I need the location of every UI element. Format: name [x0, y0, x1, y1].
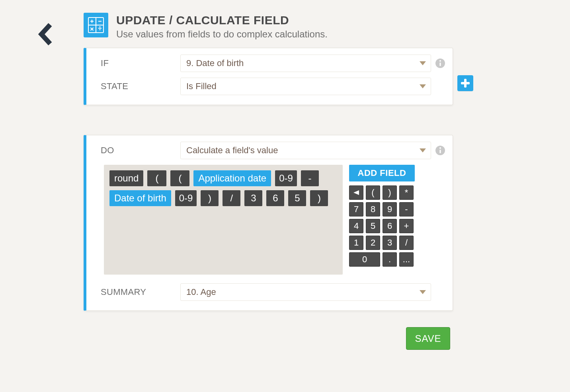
expr-token[interactable]: -: [301, 170, 319, 186]
expr-token[interactable]: /: [223, 190, 240, 206]
svg-rect-17: [439, 150, 441, 153]
page-header: UPDATE / CALCULATE FIELD Use values from…: [84, 13, 328, 40]
expr-token-field[interactable]: Date of birth: [109, 190, 171, 206]
expr-token[interactable]: (: [170, 170, 189, 186]
calc-key-divide[interactable]: /: [399, 236, 414, 250]
state-value: Is Filled: [186, 81, 217, 92]
calc-key-3[interactable]: 3: [383, 236, 397, 250]
svg-point-13: [439, 60, 441, 62]
calc-key-7[interactable]: 7: [349, 202, 363, 216]
do-action-card: DO Calculate a field's value round ( ( A…: [84, 135, 453, 311]
svg-point-10: [100, 29, 101, 30]
expr-token[interactable]: 3: [244, 190, 262, 206]
expr-token-field[interactable]: Application date: [193, 170, 271, 186]
calculator-grid-icon: [84, 13, 108, 37]
page-subtitle: Use values from fields to do complex cal…: [116, 29, 328, 40]
expr-token[interactable]: 0-9: [275, 170, 297, 186]
expr-token[interactable]: ): [310, 190, 328, 206]
calc-key-8[interactable]: 8: [366, 202, 380, 216]
do-action-value: Calculate a field's value: [186, 145, 278, 156]
expr-token[interactable]: round: [109, 170, 143, 186]
chevron-left-icon: [37, 22, 55, 46]
calc-key-6[interactable]: 6: [383, 219, 397, 233]
save-button[interactable]: SAVE: [406, 327, 450, 350]
chevron-down-icon: [420, 61, 426, 65]
calc-key-5[interactable]: 5: [366, 219, 380, 233]
expr-token[interactable]: ): [201, 190, 219, 206]
svg-rect-15: [461, 82, 470, 84]
expr-token[interactable]: (: [147, 170, 166, 186]
summary-value: 10. Age: [186, 287, 216, 297]
calc-key-1[interactable]: 1: [349, 236, 363, 250]
expr-token[interactable]: 5: [288, 190, 306, 206]
calc-key-close-paren[interactable]: ): [383, 185, 397, 200]
calc-side-panel: ADD FIELD ( ) * 7 8 9 - 4 5 6 + 1: [349, 165, 415, 267]
calc-key-minus[interactable]: -: [399, 202, 414, 216]
add-field-button[interactable]: ADD FIELD: [349, 165, 415, 181]
plus-icon: [460, 78, 470, 88]
calc-key-plus[interactable]: +: [399, 219, 414, 233]
if-condition-card: IF 9. Date of birth STATE Is Filled: [84, 48, 453, 105]
expression-area[interactable]: round ( ( Application date 0-9 - Date of…: [104, 165, 343, 275]
svg-marker-19: [353, 190, 359, 195]
state-select[interactable]: Is Filled: [180, 78, 431, 95]
svg-point-18: [439, 147, 441, 149]
expr-token[interactable]: 6: [266, 190, 284, 206]
svg-point-9: [100, 26, 101, 27]
state-label: STATE: [101, 81, 180, 92]
chevron-down-icon: [420, 84, 426, 88]
if-label: IF: [101, 58, 180, 68]
svg-rect-12: [439, 62, 441, 66]
summary-select[interactable]: 10. Age: [180, 283, 431, 301]
calc-key-9[interactable]: 9: [383, 202, 397, 216]
chevron-down-icon: [420, 290, 426, 294]
if-info-icon[interactable]: [435, 58, 445, 68]
calc-key-2[interactable]: 2: [366, 236, 380, 250]
do-label: DO: [101, 145, 180, 156]
backspace-icon: [353, 189, 360, 196]
calc-key-backspace[interactable]: [349, 185, 363, 200]
calc-key-multiply[interactable]: *: [399, 185, 414, 200]
calc-key-open-paren[interactable]: (: [366, 185, 380, 200]
expr-token[interactable]: 0-9: [175, 190, 197, 206]
if-field-select[interactable]: 9. Date of birth: [180, 55, 431, 72]
summary-label: SUMMARY: [101, 287, 180, 297]
calc-keypad: ( ) * 7 8 9 - 4 5 6 + 1 2 3 / 0 .: [349, 185, 415, 267]
calc-key-0[interactable]: 0: [349, 252, 380, 267]
calc-key-4[interactable]: 4: [349, 219, 363, 233]
if-field-value: 9. Date of birth: [186, 58, 244, 68]
calc-key-dot[interactable]: .: [383, 252, 397, 267]
do-action-select[interactable]: Calculate a field's value: [180, 142, 431, 159]
back-button[interactable]: [37, 22, 55, 46]
chevron-down-icon: [420, 148, 426, 152]
calc-key-more[interactable]: ...: [399, 252, 414, 267]
add-condition-button[interactable]: [457, 75, 473, 91]
page-title: UPDATE / CALCULATE FIELD: [116, 14, 328, 27]
do-info-icon[interactable]: [435, 145, 445, 156]
